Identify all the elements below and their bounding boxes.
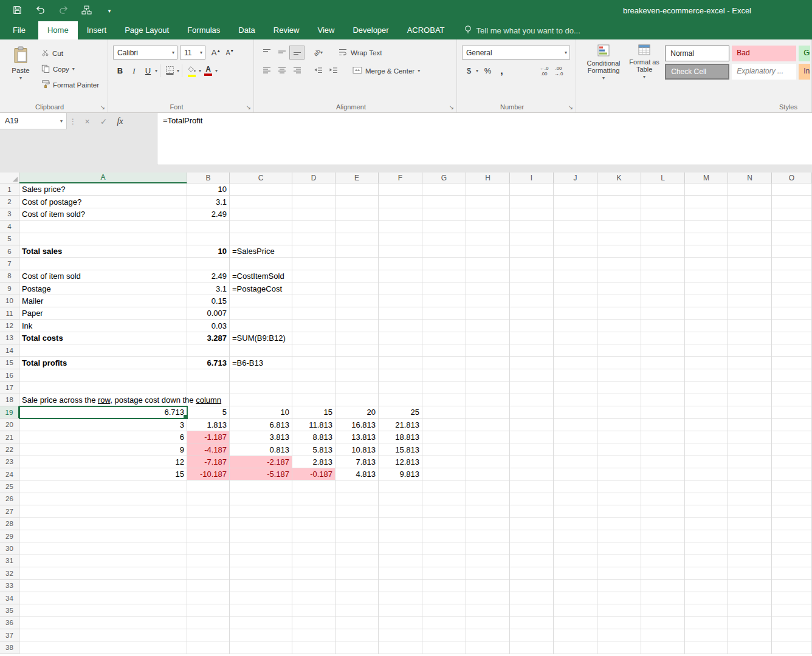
accounting-dropdown[interactable]: ▾: [476, 68, 478, 73]
cell-C12[interactable]: [230, 319, 292, 332]
accounting-format-button[interactable]: $: [462, 64, 476, 78]
cell-C13[interactable]: =SUM(B9:B12): [230, 332, 292, 344]
cell-A2[interactable]: Cost of postage?: [19, 196, 187, 208]
tab-data[interactable]: Data: [229, 21, 264, 39]
cell-N35[interactable]: [728, 604, 772, 617]
cell-E29[interactable]: [335, 530, 379, 542]
cell-D31[interactable]: [292, 555, 335, 567]
cell-E5[interactable]: [335, 233, 379, 245]
cell-L29[interactable]: [641, 530, 685, 542]
cell-D15[interactable]: [292, 357, 335, 369]
cell-A6[interactable]: Total sales: [19, 245, 187, 258]
cell-F24[interactable]: 9.813: [379, 468, 422, 480]
cell-E1[interactable]: [335, 183, 379, 196]
cell-I8[interactable]: [510, 270, 554, 282]
cell-K22[interactable]: [597, 443, 641, 456]
cell-I35[interactable]: [510, 604, 554, 617]
cell-N6[interactable]: [728, 245, 772, 258]
increase-indent-button[interactable]: [326, 64, 341, 78]
column-header-D[interactable]: D: [292, 173, 335, 183]
cell-A15[interactable]: Total profits: [19, 357, 187, 369]
cell-H36[interactable]: [466, 617, 510, 629]
decrease-indent-button[interactable]: [311, 64, 326, 78]
cell-H9[interactable]: [466, 282, 510, 295]
cell-D13[interactable]: [292, 332, 335, 344]
cell-H24[interactable]: [466, 468, 510, 480]
cell-I4[interactable]: [510, 220, 554, 233]
cell-D25[interactable]: [292, 480, 335, 493]
cell-E35[interactable]: [335, 604, 379, 617]
clipboard-dialog-launcher[interactable]: ↘: [100, 104, 105, 111]
cell-F29[interactable]: [379, 530, 422, 542]
cell-H27[interactable]: [466, 505, 510, 518]
cell-J25[interactable]: [554, 480, 597, 493]
cell-O30[interactable]: [772, 542, 812, 555]
orientation-button[interactable]: ab▾: [311, 46, 326, 60]
cell-J3[interactable]: [554, 208, 597, 220]
column-header-H[interactable]: H: [466, 173, 510, 183]
cell-H35[interactable]: [466, 604, 510, 617]
column-header-B[interactable]: B: [187, 173, 230, 183]
row-header-2[interactable]: 2: [0, 196, 19, 208]
cell-D38[interactable]: [292, 641, 335, 654]
cell-K28[interactable]: [597, 518, 641, 530]
cell-M17[interactable]: [685, 381, 728, 394]
cell-F7[interactable]: [379, 258, 422, 270]
cell-K29[interactable]: [597, 530, 641, 542]
cell-A32[interactable]: [19, 567, 187, 579]
cell-F27[interactable]: [379, 505, 422, 518]
save-button[interactable]: [9, 3, 26, 19]
cell-A31[interactable]: [19, 555, 187, 567]
cell-H23[interactable]: [466, 456, 510, 468]
cell-H1[interactable]: [466, 183, 510, 196]
cell-L32[interactable]: [641, 567, 685, 579]
cell-M29[interactable]: [685, 530, 728, 542]
merge-center-button[interactable]: Merge & Center ▾: [349, 64, 423, 78]
cell-C26[interactable]: [230, 493, 292, 505]
cell-I13[interactable]: [510, 332, 554, 344]
cell-C6[interactable]: =SalesPrice: [230, 245, 292, 258]
cell-C15[interactable]: =B6-B13: [230, 357, 292, 369]
cell-O11[interactable]: [772, 307, 812, 319]
cell-L14[interactable]: [641, 344, 685, 357]
cell-M22[interactable]: [685, 443, 728, 456]
cell-A3[interactable]: Cost of item sold?: [19, 208, 187, 220]
row-header-16[interactable]: 16: [0, 369, 19, 381]
cell-C4[interactable]: [230, 220, 292, 233]
cell-D8[interactable]: [292, 270, 335, 282]
cell-K38[interactable]: [597, 641, 641, 654]
cell-M6[interactable]: [685, 245, 728, 258]
row-header-12[interactable]: 12: [0, 319, 19, 332]
cell-H33[interactable]: [466, 580, 510, 592]
cell-G9[interactable]: [422, 282, 466, 295]
cell-C11[interactable]: [230, 307, 292, 319]
cell-E30[interactable]: [335, 542, 379, 555]
cell-F9[interactable]: [379, 282, 422, 295]
cell-C16[interactable]: [230, 369, 292, 381]
cell-J8[interactable]: [554, 270, 597, 282]
cell-K25[interactable]: [597, 480, 641, 493]
cell-G21[interactable]: [422, 431, 466, 443]
cell-L8[interactable]: [641, 270, 685, 282]
cell-N10[interactable]: [728, 295, 772, 307]
name-box[interactable]: A19 ▾: [0, 113, 67, 129]
cell-G14[interactable]: [422, 344, 466, 357]
cell-M21[interactable]: [685, 431, 728, 443]
cell-A35[interactable]: [19, 604, 187, 617]
cell-C20[interactable]: 6.813: [230, 419, 292, 431]
cell-N26[interactable]: [728, 493, 772, 505]
cell-L4[interactable]: [641, 220, 685, 233]
cell-C14[interactable]: [230, 344, 292, 357]
cell-L11[interactable]: [641, 307, 685, 319]
cell-F26[interactable]: [379, 493, 422, 505]
cell-H31[interactable]: [466, 555, 510, 567]
cell-O7[interactable]: [772, 258, 812, 270]
cell-A33[interactable]: [19, 580, 187, 592]
cell-G3[interactable]: [422, 208, 466, 220]
cell-K13[interactable]: [597, 332, 641, 344]
cell-K33[interactable]: [597, 580, 641, 592]
cell-N37[interactable]: [728, 629, 772, 641]
cell-C27[interactable]: [230, 505, 292, 518]
cell-E19[interactable]: 20: [335, 406, 379, 419]
cell-G11[interactable]: [422, 307, 466, 319]
